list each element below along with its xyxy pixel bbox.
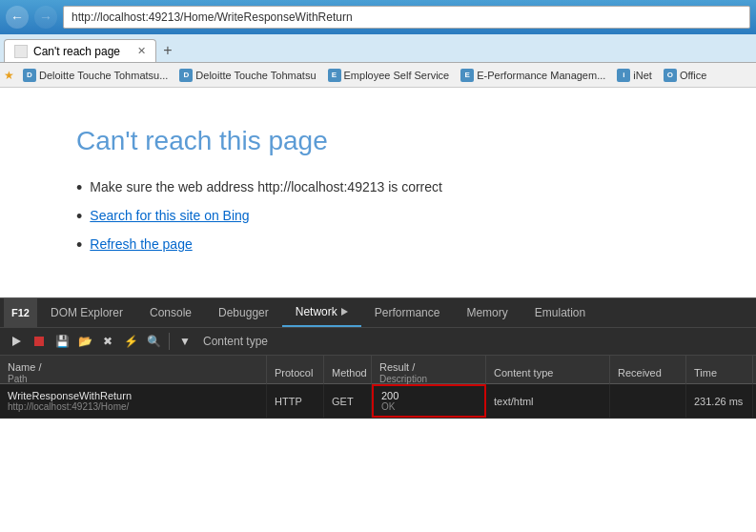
f12-tab[interactable]: F12 — [4, 298, 37, 327]
stop-square-icon — [34, 337, 44, 346]
row-time: 231.26 ms — [694, 396, 743, 407]
error-title: Can't reach this page — [76, 126, 680, 156]
favorites-star-icon: ★ — [4, 69, 14, 82]
row-content-type: text/html — [494, 396, 534, 407]
import-button[interactable]: 📂 — [74, 331, 95, 352]
tab-dom-explorer[interactable]: DOM Explorer — [37, 298, 136, 327]
fav-label-6: Office — [680, 70, 707, 81]
devtools-panel: F12 DOM Explorer Console Debugger Networ… — [0, 297, 756, 419]
browser-toolbar: ← → — [0, 0, 756, 34]
devtools-toolbar: 💾 📂 ✖ ⚡ 🔍 ▼ Content type — [0, 327, 756, 356]
cache-button[interactable]: ⚡ — [120, 331, 141, 352]
fav-label-3: Employee Self Service — [344, 70, 450, 81]
fav-icon-2: D — [179, 69, 193, 82]
tab-close-button[interactable]: ✕ — [137, 45, 146, 57]
cell-content-type: text/html — [486, 384, 610, 418]
fav-item-3[interactable]: E Employee Self Service — [323, 67, 455, 84]
error-bullet-1: Make sure the web address http://localho… — [76, 179, 680, 196]
cell-time: 231.26 ms — [686, 384, 753, 418]
tab-debugger[interactable]: Debugger — [205, 298, 282, 327]
tab-emulation[interactable]: Emulation — [521, 298, 599, 327]
error-bullet-3: Refresh the page — [76, 236, 680, 254]
fav-label-2: Deloitte Touche Tohmatsu — [195, 70, 316, 81]
forward-button[interactable]: → — [34, 6, 57, 29]
fav-icon-1: D — [23, 69, 36, 82]
fav-item-5[interactable]: i iNet — [612, 67, 657, 84]
row-protocol: HTTP — [275, 396, 302, 407]
search-bing-link[interactable]: Search for this site on Bing — [90, 208, 249, 223]
fav-icon-4: E — [460, 69, 474, 82]
tab-title: Can't reach page — [33, 45, 120, 58]
stop-button[interactable] — [29, 331, 50, 352]
devtools-tabs: F12 DOM Explorer Console Debugger Networ… — [0, 298, 756, 327]
tab-performance[interactable]: Performance — [361, 298, 454, 327]
row-result-code: 200 — [381, 390, 477, 401]
network-play-icon — [341, 308, 348, 316]
clear-button[interactable]: ✖ — [97, 331, 118, 352]
cell-result: 200 OK — [372, 384, 486, 418]
back-button[interactable]: ← — [6, 6, 29, 29]
toolbar-separator — [169, 333, 170, 350]
fav-icon-3: E — [328, 69, 341, 82]
row-method: GET — [332, 396, 354, 407]
address-bar[interactable] — [63, 6, 750, 29]
content-type-label: Content type — [203, 335, 268, 348]
fav-label-1: Deloitte Touche Tohmatsu... — [39, 70, 168, 81]
refresh-page-link[interactable]: Refresh the page — [90, 236, 192, 252]
cell-method: GET — [324, 384, 372, 418]
table-row[interactable]: WriteResponseWithReturn http://localhost… — [0, 384, 756, 419]
network-table-header: Name /Path Protocol Method Result /Descr… — [0, 356, 756, 384]
error-list: Make sure the web address http://localho… — [76, 179, 680, 254]
search-button[interactable]: 🔍 — [143, 331, 164, 352]
fav-label-5: iNet — [633, 70, 652, 81]
fav-item-1[interactable]: D Deloitte Touche Tohmatsu... — [18, 67, 173, 84]
fav-icon-5: i — [617, 69, 630, 82]
cell-received — [610, 384, 686, 418]
favorites-bar: ★ D Deloitte Touche Tohmatsu... D Deloit… — [0, 63, 756, 88]
row-name: WriteResponseWithReturn — [8, 390, 132, 401]
new-tab-button[interactable]: + — [156, 39, 179, 62]
row-result-desc: OK — [381, 401, 477, 412]
tab-console[interactable]: Console — [136, 298, 205, 327]
fav-item-6[interactable]: O Office — [659, 67, 712, 84]
save-button[interactable]: 💾 — [51, 331, 72, 352]
fav-icon-6: O — [664, 69, 677, 82]
row-path: http://localhost:49213/Home/ — [8, 401, 129, 412]
fav-label-4: E-Performance Managem... — [477, 70, 605, 81]
tab-network[interactable]: Network — [282, 298, 361, 327]
fav-item-2[interactable]: D Deloitte Touche Tohmatsu — [174, 67, 320, 84]
tab-memory[interactable]: Memory — [453, 298, 521, 327]
cell-name: WriteResponseWithReturn http://localhost… — [0, 384, 267, 418]
active-tab[interactable]: Can't reach page ✕ — [4, 39, 156, 62]
main-content: Can't reach this page Make sure the web … — [0, 88, 756, 297]
bullet-1-text: Make sure the web address http://localho… — [90, 179, 442, 194]
fav-item-4[interactable]: E E-Performance Managem... — [456, 67, 610, 84]
tab-favicon — [14, 45, 28, 58]
tab-bar: Can't reach page ✕ + — [0, 34, 756, 63]
cell-protocol: HTTP — [267, 384, 324, 418]
error-bullet-2: Search for this site on Bing — [76, 208, 680, 225]
play-button[interactable] — [6, 331, 27, 352]
play-triangle-icon — [12, 337, 21, 346]
filter-button[interactable]: ▼ — [174, 331, 195, 352]
